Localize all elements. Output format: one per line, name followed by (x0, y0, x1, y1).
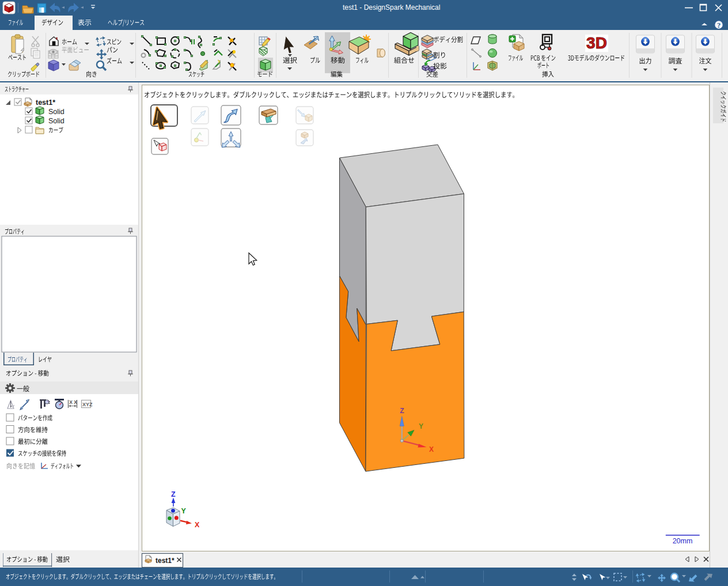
svg-text:Solid: Solid (48, 117, 65, 125)
svg-text:test1*: test1* (156, 557, 175, 565)
svg-text:?: ? (717, 21, 721, 29)
svg-text:20mm: 20mm (673, 537, 693, 545)
svg-text:Y: Y (419, 422, 423, 430)
svg-text:XYZ: XYZ (82, 402, 93, 407)
svg-text:Z: Z (400, 407, 404, 415)
svg-text:Solid: Solid (48, 108, 65, 116)
svg-text:X: X (195, 521, 200, 529)
svg-text:Y: Y (181, 507, 187, 515)
svg-text:X: X (429, 445, 434, 453)
svg-text:3D: 3D (586, 34, 607, 52)
svg-text:test1*: test1* (36, 99, 55, 107)
svg-text:Z: Z (171, 490, 176, 498)
svg-text:X X: X X (69, 399, 77, 405)
